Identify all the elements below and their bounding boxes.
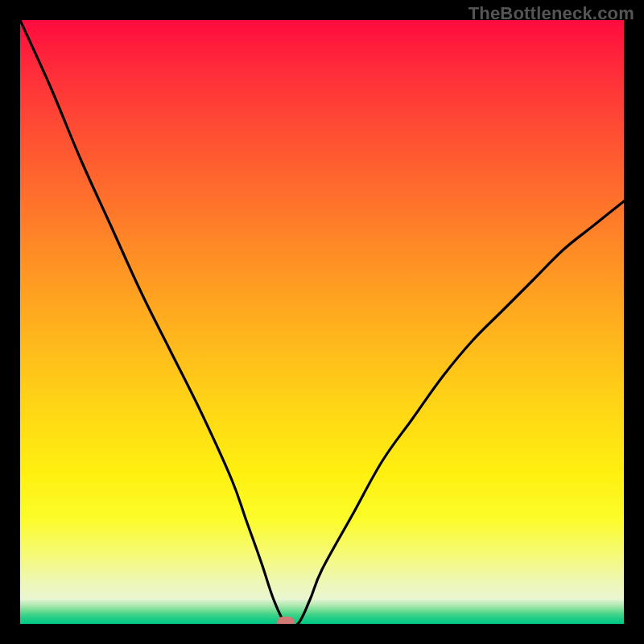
plot-area xyxy=(20,20,624,624)
curve-svg xyxy=(20,20,624,624)
bottleneck-curve xyxy=(20,20,624,624)
minimum-marker xyxy=(277,617,295,624)
chart-frame: TheBottleneck.com xyxy=(0,0,644,644)
